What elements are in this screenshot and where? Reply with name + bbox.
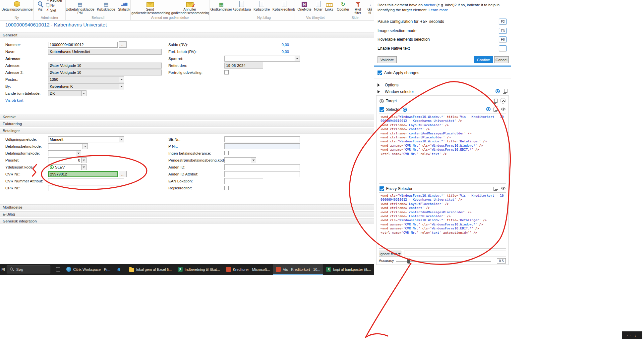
section-betalinger[interactable]: Betalinger — [0, 128, 374, 134]
accuracy-slider-track[interactable] — [396, 261, 491, 262]
caret-down-icon[interactable] — [81, 91, 86, 96]
collapse-chevron-icon[interactable] — [500, 98, 506, 104]
ribbon-betalingsoplysninger[interactable]: Betalingsoplysninger — [2, 0, 32, 11]
taskbar-item-kreditorkort[interactable]: Vis - Kreditorkort - 10... — [273, 264, 323, 275]
betalingsformskode-dropdown[interactable] — [48, 150, 81, 156]
ignore-text-input[interactable] — [404, 251, 506, 257]
task-view-button[interactable] — [53, 264, 63, 275]
pengestroms-dropdown[interactable] — [224, 157, 256, 163]
caret-down-icon[interactable] — [119, 137, 124, 142]
copy-icon[interactable] — [503, 89, 507, 93]
accuracy-slider-thumb[interactable] — [407, 259, 410, 264]
nummer-lookup-button[interactable]: … — [119, 41, 127, 48]
anchor-word[interactable]: anchor — [424, 3, 435, 7]
ribbon-vis[interactable]: Vis — [37, 0, 43, 11]
target-header[interactable]: Target — [380, 98, 506, 104]
taskbar-item-bankposter[interactable]: X kopi af bankposter (ik... — [323, 264, 374, 275]
landekode-dropdown[interactable]: DK — [48, 90, 87, 96]
ribbon-kobskladde[interactable]: ▤ Købskladde — [97, 0, 115, 11]
system-tray-fragment[interactable]: ▭ ⋮ — [622, 331, 642, 339]
prioritet-dropdown[interactable]: 0 — [48, 157, 87, 163]
ribbon-godkendelser[interactable]: ▦ Godkendelser — [210, 0, 232, 11]
saldo-value[interactable]: 0,00 — [224, 43, 289, 47]
caret-down-icon[interactable] — [83, 144, 88, 149]
ean-lokation-input[interactable] — [224, 178, 263, 184]
taskbar-search[interactable]: Søg — [7, 265, 50, 273]
ribbon-send-godkendelse[interactable]: Send godkendelsesanmodning — [132, 0, 169, 15]
adresse-input[interactable]: Øster Voldgade 10 — [48, 63, 162, 69]
accuracy-value[interactable]: 0.5 — [497, 258, 506, 264]
copy-icon[interactable] — [493, 99, 497, 103]
cvr-input[interactable]: 29979812 — [48, 171, 118, 177]
eye-icon[interactable] — [501, 186, 506, 190]
ribbon-ny-small[interactable]: Ny — [46, 3, 62, 8]
ribbon-noter[interactable]: Noter — [314, 0, 322, 11]
taskbar-item-kreditorer[interactable]: Kreditorer - Microsoft... — [223, 264, 273, 275]
cvr-attribut-input[interactable] — [48, 178, 124, 184]
eye-icon[interactable] — [501, 107, 506, 111]
vis-pa-kort-link[interactable]: Vis på kort — [5, 98, 23, 102]
anden-id-attribut-input[interactable] — [224, 171, 300, 177]
indicate-target-icon[interactable] — [496, 89, 500, 93]
caret-down-icon[interactable] — [119, 77, 124, 82]
betalingsbeting-dropdown[interactable] — [48, 143, 88, 149]
navn-input[interactable]: Københavns Universitet — [48, 49, 162, 55]
rettet-den-input[interactable]: 19-06-2024 — [224, 63, 263, 69]
decrease-arrow-icon[interactable] — [419, 20, 422, 23]
window-selector-collapsible[interactable]: Window selector — [378, 89, 508, 95]
ribbon-udbetalingskladde[interactable]: ▤ Udbetalingskladde PM — [66, 0, 94, 15]
indicate-target-icon[interactable] — [486, 107, 491, 111]
fuzzy-selector-checkbox[interactable] — [380, 186, 384, 191]
selector-checkbox[interactable] — [380, 107, 384, 112]
ribbon-kobskreditnota[interactable]: Købskreditnota — [272, 0, 295, 11]
caret-down-icon[interactable] — [251, 158, 256, 163]
caret-down-icon[interactable] — [81, 165, 86, 170]
cpr-input[interactable] — [48, 185, 124, 191]
section-modtagelse[interactable]: Modtagelse — [0, 204, 374, 210]
section-ebilag[interactable]: E-Bilag — [0, 211, 374, 217]
learn-more-link[interactable]: Learn more — [429, 8, 448, 12]
fortrolig-checkbox[interactable] — [224, 70, 229, 74]
caret-down-icon[interactable] — [295, 56, 300, 61]
validate-button[interactable]: Validate — [378, 56, 397, 63]
options-collapsible[interactable]: Options — [378, 82, 508, 88]
start-button[interactable]: ⊞ — [0, 267, 7, 272]
anden-id-input[interactable] — [224, 164, 300, 170]
ribbon-rediger[interactable]: ✎ Rediger — [46, 0, 62, 3]
ribbon-ryd-filter[interactable]: Ryd filter — [352, 0, 364, 15]
auto-apply-checkbox[interactable] — [378, 71, 382, 75]
taskbar-item-folder[interactable]: lokal gem af Excel fi... — [126, 264, 175, 275]
forf-belob-value[interactable]: 0,00 — [224, 50, 289, 54]
caret-down-icon[interactable] — [76, 151, 81, 156]
taskbar-item-edge[interactable]: e — [113, 264, 126, 275]
p-nr-input[interactable] — [224, 143, 300, 149]
section-kontakt[interactable]: Kontakt — [0, 114, 374, 120]
spaerret-dropdown[interactable] — [224, 56, 300, 62]
ribbon-onenote[interactable]: N OneNote — [297, 0, 311, 11]
by-dropdown[interactable]: København K — [48, 83, 124, 89]
caret-down-icon[interactable] — [119, 84, 124, 89]
postnr-dropdown[interactable]: 1350 — [48, 76, 124, 82]
copy-icon[interactable] — [494, 186, 498, 190]
ribbon-links[interactable]: Links — [325, 0, 333, 11]
ribbon-statistik[interactable]: ▂▅▇ Statistik — [118, 0, 130, 11]
ribbon-kobsordre[interactable]: Købsordre — [254, 0, 270, 11]
ydelsesart-dropdown[interactable]: SLEV — [48, 164, 87, 170]
taskbar-item-indberetning[interactable]: X Indberetning til Skat... — [175, 264, 223, 275]
ribbon-opdater[interactable]: ↻ Opdater — [337, 0, 349, 11]
selector-code-editor[interactable]: <wnd cls='WindowsForms10.Window.*' title… — [379, 114, 506, 184]
rejsekreditor-checkbox[interactable] — [224, 186, 229, 190]
cancel-button[interactable]: Cancel — [494, 56, 509, 63]
increase-arrow-icon[interactable] — [426, 20, 429, 23]
se-nr-input[interactable] — [224, 136, 300, 142]
nummer-input[interactable]: 1000000940610012 — [48, 42, 118, 48]
ribbon-annuller-godkendelse[interactable]: ✗ Annuller godkendelsesanmodning — [171, 0, 208, 15]
section-generelt[interactable]: Generelt — [0, 32, 374, 38]
ribbon-kobsfaktura[interactable]: Købsfaktura — [233, 0, 251, 11]
taskbar-item-citrix[interactable]: Citrix Workspace - Pr... — [63, 264, 113, 275]
cvr-lookup-button[interactable]: … — [119, 171, 127, 177]
fuzzy-selector-code-editor[interactable]: <wnd cls='WindowsForms10.Window.*' title… — [379, 192, 506, 249]
udligningsmetode-dropdown[interactable]: Manuelt — [48, 136, 124, 142]
tolerance-checkbox[interactable] — [224, 151, 229, 155]
confirm-button[interactable]: Confirm — [474, 56, 493, 63]
